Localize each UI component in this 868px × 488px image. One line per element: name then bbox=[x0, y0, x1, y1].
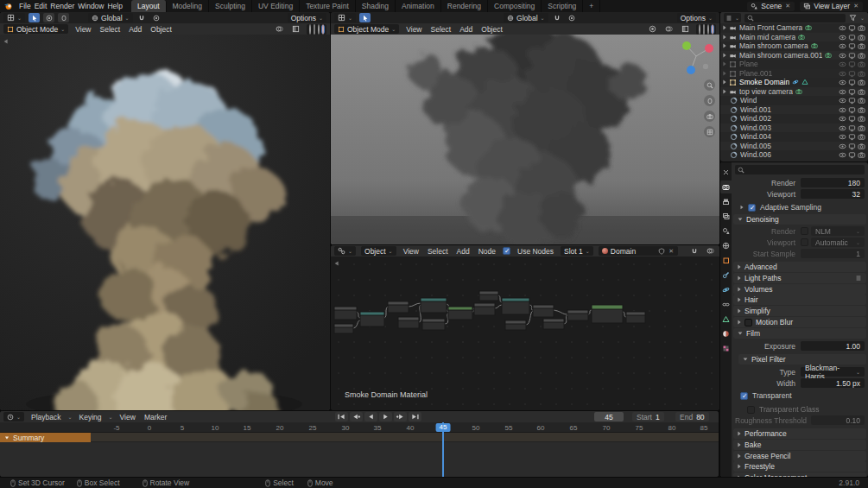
summary-channel[interactable]: Summary bbox=[0, 433, 91, 442]
outliner-item[interactable]: Wind.002 bbox=[720, 114, 868, 123]
tab-constraints[interactable] bbox=[720, 298, 732, 311]
disable-viewport-icon[interactable] bbox=[848, 97, 856, 105]
workspace-tab-layout[interactable]: Layout bbox=[131, 0, 167, 12]
disable-render-icon[interactable] bbox=[858, 60, 865, 68]
outliner-item[interactable]: top view camera bbox=[720, 87, 868, 96]
motion-blur-checkbox[interactable] bbox=[744, 319, 752, 326]
mode-dropdown[interactable]: Object Mode⌄ bbox=[3, 24, 68, 34]
blender-logo-icon[interactable] bbox=[3, 1, 14, 11]
disable-viewport-icon[interactable] bbox=[848, 24, 856, 32]
workspace-tab-animation[interactable]: Animation bbox=[396, 0, 441, 12]
pan-hand-icon[interactable] bbox=[704, 95, 715, 106]
disable-render-icon[interactable] bbox=[858, 52, 865, 60]
outliner-item[interactable]: Plane.001 bbox=[720, 69, 868, 78]
menu-select[interactable]: Select bbox=[426, 247, 450, 256]
menu-help[interactable]: Help bbox=[105, 2, 124, 10]
disable-render-icon[interactable] bbox=[858, 24, 865, 32]
scene-selector[interactable]: Scene ✕ bbox=[747, 2, 795, 11]
disable-viewport-icon[interactable] bbox=[848, 42, 856, 50]
outliner-search-input[interactable] bbox=[744, 14, 846, 22]
hide-eye-icon[interactable] bbox=[839, 42, 846, 50]
add-workspace-button[interactable]: + bbox=[583, 0, 600, 12]
use-nodes-checkbox[interactable] bbox=[503, 247, 510, 255]
next-keyframe-button[interactable] bbox=[394, 412, 407, 421]
editor-type-button[interactable]: ⌄ bbox=[724, 13, 741, 22]
menu-view[interactable]: View bbox=[73, 25, 92, 34]
hide-eye-icon[interactable] bbox=[839, 133, 846, 141]
workspace-tab-compositing[interactable]: Compositing bbox=[488, 0, 542, 12]
transform-orientation-dropdown[interactable]: Global⌄ bbox=[88, 13, 133, 22]
outliner-item[interactable]: Main shroom camera bbox=[720, 41, 868, 50]
outliner-item[interactable]: Wind.005 bbox=[720, 142, 868, 150]
frame-start-field[interactable]: Start1 bbox=[632, 412, 664, 421]
denoising-panel-header[interactable]: Denoising bbox=[733, 214, 866, 225]
viewport-left-canvas[interactable] bbox=[0, 35, 330, 410]
shader-type-dropdown[interactable]: Object⌄ bbox=[361, 246, 396, 256]
denoise-viewport-checkbox[interactable] bbox=[801, 238, 808, 246]
hide-eye-icon[interactable] bbox=[839, 24, 846, 32]
toolbar-collapse-icon[interactable] bbox=[3, 38, 10, 45]
editor-type-button[interactable]: ⌄ bbox=[334, 246, 356, 256]
denoise-render-dropdown[interactable]: NLM⌄ bbox=[811, 226, 865, 236]
outliner-item[interactable]: Wind.006 bbox=[720, 150, 868, 159]
outliner-item[interactable]: Main shroom camera.001 bbox=[720, 51, 868, 60]
tab-output[interactable] bbox=[720, 195, 732, 208]
playhead-frame-badge[interactable]: 45 bbox=[436, 423, 451, 432]
tool-move-button[interactable] bbox=[58, 13, 69, 22]
outliner-item[interactable]: Wind.001 bbox=[720, 105, 868, 114]
filter-funnel-icon[interactable] bbox=[849, 14, 857, 22]
jump-to-end-button[interactable] bbox=[409, 412, 421, 421]
options-dropdown[interactable]: Options⌄ bbox=[288, 13, 326, 22]
unlink-material-icon[interactable]: ✕ bbox=[668, 248, 675, 255]
menu-node[interactable]: Node bbox=[477, 247, 497, 256]
viewport-right-canvas[interactable] bbox=[331, 35, 719, 244]
menu-select[interactable]: Select bbox=[429, 25, 453, 34]
disable-viewport-icon[interactable] bbox=[848, 52, 856, 60]
disable-viewport-icon[interactable] bbox=[848, 79, 856, 86]
tab-view-layer[interactable] bbox=[720, 210, 732, 223]
disable-render-icon[interactable] bbox=[858, 42, 865, 50]
viewport-samples-field[interactable]: 32 bbox=[801, 189, 865, 199]
menu-keying[interactable]: Keying bbox=[78, 413, 104, 421]
gizmo-toggle-icon[interactable] bbox=[647, 24, 658, 34]
timeline-ruler[interactable]: -5 0 5 10 15 20 25 30 35 40 50 55 60 65 … bbox=[0, 422, 719, 433]
disable-viewport-icon[interactable] bbox=[848, 88, 856, 96]
frame-end-field[interactable]: End80 bbox=[675, 412, 709, 421]
tab-physics[interactable] bbox=[720, 283, 732, 296]
workspace-tab-sculpting[interactable]: Sculpting bbox=[209, 0, 252, 12]
menu-render[interactable]: Render bbox=[48, 2, 76, 10]
transparent-checkbox[interactable] bbox=[740, 392, 748, 400]
menu-file[interactable]: File bbox=[17, 2, 33, 10]
overlays-icon[interactable] bbox=[274, 24, 285, 34]
menu-view[interactable]: View bbox=[404, 25, 423, 34]
tab-object-data[interactable] bbox=[720, 313, 732, 326]
transparent-glass-checkbox[interactable] bbox=[747, 406, 755, 414]
freestyle-panel-header[interactable]: Freestyle bbox=[733, 461, 866, 472]
menu-marker[interactable]: Marker bbox=[143, 413, 168, 421]
shading-wireframe-icon[interactable] bbox=[308, 25, 312, 34]
editor-type-button[interactable]: ⌄ bbox=[3, 13, 25, 22]
tab-modifiers[interactable] bbox=[720, 269, 732, 282]
disable-viewport-icon[interactable] bbox=[848, 133, 856, 141]
menu-select[interactable]: Select bbox=[98, 25, 123, 34]
disable-render-icon[interactable] bbox=[858, 151, 865, 159]
workspace-tab-texture-paint[interactable]: Texture Paint bbox=[300, 0, 356, 12]
camera-view-icon[interactable] bbox=[704, 111, 715, 122]
tab-scene[interactable] bbox=[720, 225, 732, 238]
outliner-item[interactable]: Plane bbox=[720, 60, 868, 68]
menu-playback[interactable]: Playback bbox=[29, 413, 63, 421]
perspective-grid-icon[interactable] bbox=[704, 126, 715, 137]
disable-viewport-icon[interactable] bbox=[848, 60, 856, 68]
denoise-render-checkbox[interactable] bbox=[801, 227, 808, 235]
bake-panel-header[interactable]: Bake bbox=[733, 440, 866, 450]
shading-material-icon[interactable] bbox=[317, 25, 320, 34]
transform-orientation-dropdown[interactable]: Global⌄ bbox=[504, 13, 548, 22]
outliner-item[interactable]: Wind bbox=[720, 96, 868, 105]
play-reverse-button[interactable] bbox=[364, 412, 377, 421]
unlink-scene-icon[interactable]: ✕ bbox=[784, 3, 791, 10]
active-tool-select-box-button[interactable] bbox=[29, 13, 40, 22]
disable-render-icon[interactable] bbox=[858, 133, 865, 141]
filter-width-field[interactable]: 1.50 px bbox=[801, 378, 865, 388]
workspace-tab-modeling[interactable]: Modeling bbox=[167, 0, 210, 12]
disable-render-icon[interactable] bbox=[858, 34, 865, 41]
